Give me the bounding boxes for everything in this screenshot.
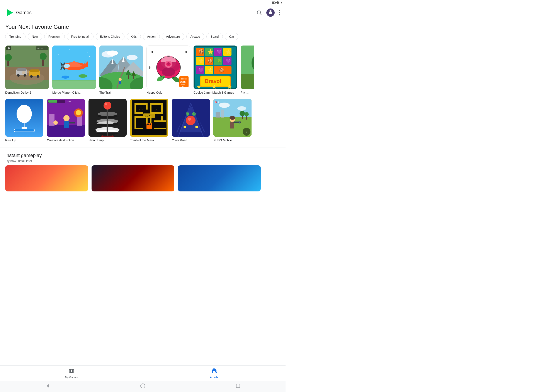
instant-gameplay-subtitle: Try now, install later (5, 159, 280, 163)
svg-text:6: 6 (149, 66, 151, 69)
svg-point-202 (229, 116, 235, 120)
game-name-cookie: Cookie Jam - Match 3 Games (193, 91, 237, 94)
game-card-tomb[interactable]: 107 Tomb of the Mask (130, 99, 168, 142)
svg-rect-193 (221, 110, 224, 118)
chip-action[interactable]: Action (143, 33, 160, 40)
svg-rect-134 (48, 100, 57, 102)
svg-point-176 (139, 109, 140, 110)
instant-card-3[interactable] (178, 165, 261, 191)
svg-point-43 (87, 52, 88, 52)
svg-point-8 (279, 12, 280, 13)
svg-point-44 (89, 56, 90, 57)
game-card-creative[interactable]: 41:48 Creative destruction (47, 99, 85, 142)
svg-point-175 (149, 123, 151, 125)
instant-card-1[interactable] (5, 165, 88, 191)
svg-text:17: 17 (182, 86, 184, 88)
svg-rect-152 (130, 135, 168, 137)
game-name-helix: Helix Jump (88, 138, 127, 142)
svg-point-21 (22, 71, 26, 75)
game-card-trail[interactable]: The Trail (99, 45, 143, 94)
svg-text:💜: 💜 (217, 49, 222, 54)
svg-text:N: N (246, 131, 247, 133)
top-bar-actions (256, 9, 280, 17)
svg-point-197 (244, 112, 249, 117)
chip-editors-choice[interactable]: Editor's Choice (96, 33, 124, 40)
svg-text:🍪: 🍪 (219, 68, 224, 73)
svg-rect-157 (146, 103, 148, 110)
filter-chips: Trending New Premium Free to install Edi… (0, 33, 286, 44)
chip-arcade[interactable]: Arcade (186, 33, 204, 40)
svg-point-6 (271, 11, 272, 12)
svg-rect-18 (30, 69, 39, 72)
signal-icon (276, 1, 279, 4)
game-card-riseup[interactable]: Rise Up (5, 99, 43, 142)
chip-new[interactable]: New (28, 33, 42, 40)
svg-point-186 (195, 126, 198, 128)
svg-point-177 (142, 109, 143, 110)
svg-point-120 (17, 105, 32, 123)
svg-rect-127 (64, 121, 69, 128)
more-options-button[interactable] (279, 10, 280, 16)
svg-point-41 (58, 54, 59, 55)
svg-rect-173 (147, 123, 152, 129)
game-card-pubg[interactable]: N 🎯 2 PUBG Mobile (213, 99, 252, 142)
svg-point-22 (27, 70, 29, 73)
game-card-cookie[interactable]: 🍪 ⭐ 💜 ⭐ ⭐ 🍪 🍀 💜 (193, 45, 237, 94)
svg-rect-154 (166, 99, 168, 137)
game-card-plane[interactable]: Merge Plane - Click... (52, 45, 96, 94)
svg-text:🍀: 🍀 (217, 58, 222, 64)
chip-car[interactable]: Car (225, 33, 238, 40)
instant-gameplay-title: Instant gameplay (5, 153, 280, 158)
svg-point-77 (167, 62, 170, 65)
svg-rect-123 (14, 129, 35, 132)
svg-point-132 (76, 110, 81, 115)
svg-point-50 (107, 51, 118, 56)
chip-free[interactable]: Free to install (67, 33, 94, 40)
svg-point-182 (188, 118, 191, 121)
game-card-helix[interactable]: Helix Jump (88, 99, 127, 142)
instant-card-2[interactable] (92, 165, 174, 191)
svg-text:🍪: 🍪 (198, 49, 204, 55)
game-card-colorroad[interactable]: Color Road (172, 99, 210, 142)
chip-trending[interactable]: Trending (5, 33, 26, 40)
svg-rect-65 (119, 81, 121, 84)
svg-text:⭐: ⭐ (208, 49, 214, 55)
svg-rect-159 (150, 103, 163, 105)
svg-text:⭐: ⭐ (212, 85, 217, 89)
avatar[interactable] (266, 9, 275, 17)
svg-point-178 (156, 109, 157, 110)
battery-icon (272, 1, 275, 4)
svg-text:⭐: ⭐ (226, 49, 231, 54)
svg-text:⭐: ⭐ (227, 85, 232, 89)
game-card-plant[interactable]: Plan... (241, 45, 254, 94)
svg-text:8: 8 (185, 50, 187, 54)
play-store-icon (5, 8, 14, 17)
svg-point-42 (69, 50, 70, 50)
app-title: Games (16, 10, 32, 16)
games-row-1: SCORE Demolition Derby 2 (0, 44, 286, 98)
svg-rect-168 (154, 120, 166, 122)
chip-adventure[interactable]: Adventure (162, 33, 184, 40)
svg-rect-130 (77, 116, 82, 126)
game-name-tomb: Tomb of the Mask (130, 138, 168, 142)
game-card-derby[interactable]: SCORE Demolition Derby 2 (5, 45, 49, 94)
svg-rect-153 (130, 99, 132, 137)
svg-point-20 (37, 75, 39, 78)
svg-text:⭐: ⭐ (208, 68, 213, 73)
search-button[interactable] (256, 10, 262, 16)
svg-rect-158 (134, 112, 143, 114)
svg-point-28 (8, 47, 10, 50)
svg-point-5 (270, 11, 270, 12)
chip-premium[interactable]: Premium (44, 33, 65, 40)
chip-board[interactable]: Board (206, 33, 223, 40)
svg-point-51 (127, 55, 138, 60)
svg-rect-128 (69, 122, 75, 123)
instant-gameplay-section: Instant gameplay Try now, install later (0, 149, 286, 195)
chip-kids[interactable]: Kids (127, 33, 141, 40)
svg-point-145 (104, 102, 111, 110)
top-bar: Games (0, 5, 286, 20)
svg-point-136 (53, 120, 58, 125)
svg-point-185 (183, 126, 186, 128)
svg-rect-201 (239, 121, 240, 123)
game-card-happy[interactable]: 3 8 6 (147, 45, 190, 94)
